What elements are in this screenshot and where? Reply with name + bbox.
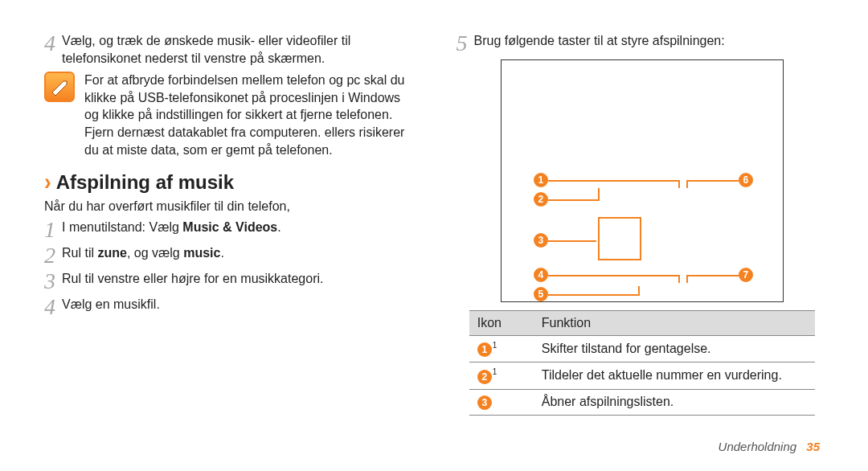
step-2-row: 2 Rul til zune, og vælg music. bbox=[44, 244, 416, 267]
footer-page-number: 35 bbox=[806, 440, 820, 453]
art-box bbox=[598, 217, 641, 260]
callout-7: 7 bbox=[739, 268, 753, 282]
note-text: For at afbryde forbindelsen mellem telef… bbox=[84, 72, 416, 158]
section-intro: Når du har overført musikfiler til din t… bbox=[44, 198, 416, 215]
step-number-5: 5 bbox=[457, 32, 474, 55]
table-row: 11 Skifter tilstand for gentagelse. bbox=[469, 336, 815, 362]
leader-2 bbox=[548, 199, 598, 201]
cell-func-3: Åbner afspilningslisten. bbox=[534, 389, 815, 415]
cell-func-2: Tildeler det aktuelle nummer en vurderin… bbox=[534, 362, 815, 389]
t: music bbox=[183, 246, 220, 260]
step-2-text: Rul til zune, og vælg music. bbox=[62, 244, 416, 262]
callout-2: 2 bbox=[534, 192, 548, 207]
step-number-2: 2 bbox=[44, 244, 62, 267]
cell-icon-1: 11 bbox=[469, 336, 534, 362]
leader-6v bbox=[686, 180, 688, 188]
cell-func-1: Skifter tilstand for gentagelse. bbox=[534, 336, 815, 362]
badge-3: 3 bbox=[477, 395, 492, 410]
table-row: 21 Tildeler det aktuelle nummer en vurde… bbox=[469, 362, 815, 389]
step-number-3: 3 bbox=[44, 270, 62, 293]
t: . bbox=[220, 246, 223, 260]
chevron-icon: › bbox=[44, 169, 51, 196]
step-4-row: 4 Vælg, og træk de ønskede musik- eller … bbox=[44, 32, 416, 67]
step-4b-text: Vælg en musikfil. bbox=[62, 296, 416, 313]
callout-6: 6 bbox=[739, 173, 753, 187]
footer-section: Underholdning bbox=[719, 440, 797, 453]
diagram-wrap: 1 2 3 4 5 6 7 bbox=[457, 59, 829, 302]
leader-1 bbox=[548, 180, 678, 182]
leader-2v bbox=[598, 188, 600, 201]
callout-4: 4 bbox=[534, 268, 548, 282]
left-column: 4 Vælg, og træk de ønskede musik- eller … bbox=[44, 32, 416, 416]
footnote-1a: 1 bbox=[493, 341, 497, 350]
section-header: › Afspilning af musik bbox=[44, 170, 416, 195]
step-5-row: 5 Brug følgende taster til at styre afsp… bbox=[457, 32, 829, 55]
leader-7 bbox=[686, 275, 739, 276]
leader-4v bbox=[678, 275, 680, 283]
t: , og vælg bbox=[127, 246, 183, 260]
section-title: Afspilning af musik bbox=[56, 171, 234, 194]
t: . bbox=[277, 220, 280, 234]
th-func: Funktion bbox=[534, 311, 815, 336]
right-column: 5 Brug følgende taster til at styre afsp… bbox=[457, 32, 829, 416]
step-number-4b: 4 bbox=[44, 296, 62, 318]
step-1-text: I menutilstand: Vælg Music & Videos. bbox=[62, 219, 416, 236]
th-icon: Ikon bbox=[469, 311, 534, 336]
footnote-1b: 1 bbox=[493, 367, 497, 376]
info-note: For at afbryde forbindelsen mellem telef… bbox=[44, 72, 416, 158]
t: zune bbox=[97, 246, 126, 260]
badge-1: 1 bbox=[477, 342, 492, 357]
step-4-text: Vælg, og træk de ønskede musik- eller vi… bbox=[62, 32, 416, 67]
callout-1: 1 bbox=[534, 173, 548, 187]
step-4b-row: 4 Vælg en musikfil. bbox=[44, 296, 416, 318]
table-row: 3 Åbner afspilningslisten. bbox=[469, 389, 815, 415]
table-header-row: Ikon Funktion bbox=[469, 311, 815, 336]
t: I menutilstand: Vælg bbox=[62, 220, 182, 234]
callout-3: 3 bbox=[534, 233, 548, 248]
note-icon bbox=[44, 72, 75, 102]
t: Music & Videos bbox=[182, 220, 277, 234]
badge-2: 2 bbox=[477, 370, 492, 384]
icon-function-table: Ikon Funktion 11 Skifter tilstand for ge… bbox=[469, 310, 815, 416]
player-diagram: 1 2 3 4 5 6 7 bbox=[501, 59, 784, 302]
leader-7v bbox=[686, 275, 688, 283]
page-footer: Underholdning 35 bbox=[719, 440, 820, 453]
leader-5v bbox=[638, 286, 640, 296]
callout-5: 5 bbox=[534, 287, 548, 301]
leader-6 bbox=[686, 180, 739, 182]
step-5-text: Brug følgende taster til at styre afspil… bbox=[474, 32, 829, 50]
leader-1v bbox=[678, 180, 680, 188]
page: 4 Vælg, og træk de ønskede musik- eller … bbox=[0, 0, 868, 416]
step-number-1: 1 bbox=[44, 219, 62, 241]
step-number-4: 4 bbox=[44, 32, 62, 55]
leader-4 bbox=[548, 275, 678, 276]
t: Rul til bbox=[62, 246, 97, 260]
step-1-row: 1 I menutilstand: Vælg Music & Videos. bbox=[44, 219, 416, 241]
step-3-row: 3 Rul til venstre eller højre for en mus… bbox=[44, 270, 416, 293]
leader-5 bbox=[548, 294, 638, 296]
step-3-text: Rul til venstre eller højre for en musik… bbox=[62, 270, 416, 288]
cell-icon-2: 21 bbox=[469, 362, 534, 389]
leader-3 bbox=[548, 240, 596, 242]
cell-icon-3: 3 bbox=[469, 389, 534, 415]
